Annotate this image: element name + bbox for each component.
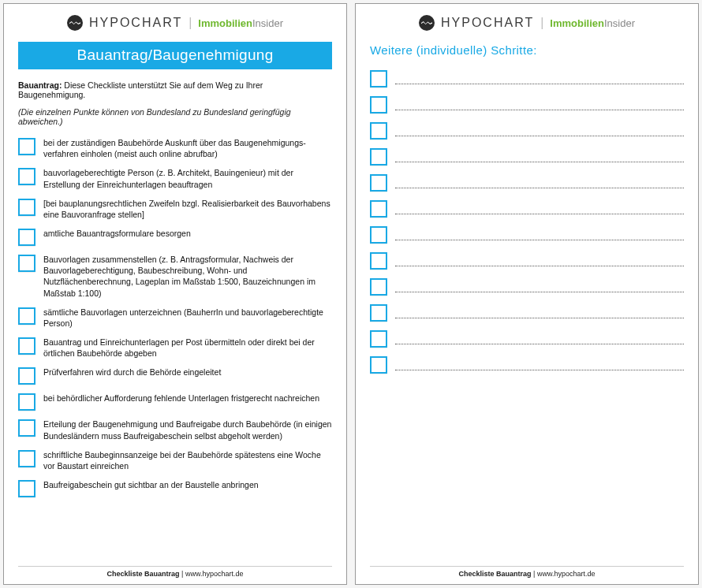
blank-row (370, 329, 684, 348)
checkbox[interactable] (18, 199, 35, 216)
brand-divider: | (540, 16, 543, 30)
footer-sep: | (532, 570, 537, 578)
section-title: Weitere (individuelle) Schritte: (370, 43, 684, 57)
footer-title: Checkliste Bauantrag (107, 570, 180, 578)
checkbox[interactable] (370, 356, 387, 374)
checkbox[interactable] (18, 255, 35, 272)
page-1: HYPOCHART | ImmobilienInsider Bauantrag/… (3, 3, 347, 585)
checklist-item-text: amtliche Bauantragsformulare besorgen (43, 228, 191, 239)
blank-row (370, 277, 684, 296)
checkbox[interactable] (370, 96, 387, 114)
checklist-item: sämtliche Bauvorlagen unterzeichnen (Bau… (18, 307, 332, 329)
checkbox[interactable] (370, 304, 387, 322)
checklist-item-text: Bauantrag und Einreichunterlagen per Pos… (43, 337, 332, 359)
checklist-item-text: [bei bauplanungsrechtlichen Zweifeln bzg… (43, 198, 332, 220)
checkbox[interactable] (370, 122, 387, 140)
write-in-line[interactable] (395, 229, 684, 240)
page-2: HYPOCHART | ImmobilienInsider Weitere (i… (355, 3, 699, 585)
write-in-line[interactable] (395, 307, 684, 318)
write-in-line[interactable] (395, 333, 684, 344)
checkbox[interactable] (370, 174, 387, 192)
checkbox[interactable] (18, 168, 35, 185)
checkbox[interactable] (18, 307, 35, 325)
checkbox[interactable] (370, 330, 387, 348)
footer-title: Checkliste Bauantrag (459, 570, 532, 578)
checkbox[interactable] (370, 200, 387, 218)
sub-brand: ImmobilienInsider (550, 17, 635, 29)
checklist-item-text: Erteilung der Baugenehmigung und Baufrei… (43, 419, 332, 441)
checklist: bei der zuständigen Baubehörde Auskunft … (18, 137, 332, 497)
checklist-item-text: bei der zuständigen Baubehörde Auskunft … (43, 137, 332, 159)
intro-bold: Bauantrag: (18, 80, 62, 90)
blank-row (370, 225, 684, 244)
write-in-line[interactable] (395, 359, 684, 370)
page-title: Bauantrag/Baugenehmigung (18, 42, 332, 69)
brand-name: HYPOCHART (89, 16, 182, 30)
checklist-item-text: Bauvorlagen zusammenstellen (z. B. Antra… (43, 254, 332, 299)
checkbox[interactable] (18, 419, 35, 437)
checkbox[interactable] (18, 450, 35, 467)
write-in-line[interactable] (395, 255, 684, 266)
checklist-item: Bauantrag und Einreichunterlagen per Pos… (18, 337, 332, 359)
sub-brand-green: Immobilien (198, 17, 252, 29)
checklist-item: schriftliche Baubeginnsanzeige bei der B… (18, 449, 332, 471)
blank-row (370, 251, 684, 270)
blank-row (370, 69, 684, 87)
sub-brand-green: Immobilien (550, 17, 604, 29)
checkbox[interactable] (18, 367, 35, 385)
blank-row (370, 355, 684, 374)
checkbox[interactable] (370, 70, 387, 87)
checkbox[interactable] (18, 393, 35, 411)
brand-divider: | (189, 16, 192, 30)
checkbox[interactable] (370, 226, 387, 244)
checkbox[interactable] (18, 337, 35, 355)
write-in-line[interactable] (395, 73, 684, 84)
blank-checklist (370, 69, 684, 374)
checkbox[interactable] (18, 138, 35, 155)
disclaimer-note: (Die einzelnen Punkte können von Bundesl… (18, 107, 332, 126)
checklist-item: Prüfverfahren wird durch die Behörde ein… (18, 367, 332, 385)
write-in-line[interactable] (395, 281, 684, 292)
checklist-item: bei behördlicher Aufforderung fehlende U… (18, 393, 332, 411)
footer-url: www.hypochart.de (537, 570, 596, 578)
checklist-item-text: Baufreigabeschein gut sichtbar an der Ba… (43, 479, 259, 490)
checkbox[interactable] (370, 252, 387, 270)
brand-header: HYPOCHART | ImmobilienInsider (18, 15, 332, 31)
sub-brand-grey: Insider (252, 17, 283, 29)
sub-brand: ImmobilienInsider (198, 17, 283, 29)
footer-url: www.hypochart.de (185, 570, 244, 578)
logo-icon (67, 15, 83, 31)
intro-text: Bauantrag: Diese Checkliste unterstützt … (18, 80, 332, 99)
checkbox[interactable] (18, 229, 35, 246)
blank-row (370, 199, 684, 218)
checklist-item-text: schriftliche Baubeginnsanzeige bei der B… (43, 449, 332, 471)
blank-row (370, 121, 684, 140)
checklist-item: Baufreigabeschein gut sichtbar an der Ba… (18, 479, 332, 497)
checkbox[interactable] (370, 148, 387, 166)
page-footer: Checkliste Bauantrag | www.hypochart.de (18, 566, 332, 578)
checklist-item-text: Prüfverfahren wird durch die Behörde ein… (43, 367, 221, 378)
blank-row (370, 95, 684, 114)
blank-row (370, 147, 684, 166)
checklist-item: bauvorlageberechtigte Person (z. B. Arch… (18, 167, 332, 189)
checklist-item: bei der zuständigen Baubehörde Auskunft … (18, 137, 332, 159)
checklist-item-text: bauvorlageberechtigte Person (z. B. Arch… (43, 167, 332, 189)
logo-icon (419, 15, 435, 31)
blank-row (370, 173, 684, 192)
page-footer: Checkliste Bauantrag | www.hypochart.de (370, 566, 684, 578)
write-in-line[interactable] (395, 125, 684, 136)
sub-brand-grey: Insider (604, 17, 635, 29)
checklist-item: [bei bauplanungsrechtlichen Zweifeln bzg… (18, 198, 332, 220)
checklist-item: amtliche Bauantragsformulare besorgen (18, 228, 332, 246)
checklist-item: Erteilung der Baugenehmigung und Baufrei… (18, 419, 332, 441)
write-in-line[interactable] (395, 151, 684, 162)
checklist-item-text: sämtliche Bauvorlagen unterzeichnen (Bau… (43, 307, 332, 329)
write-in-line[interactable] (395, 203, 684, 214)
checkbox[interactable] (370, 278, 387, 296)
write-in-line[interactable] (395, 99, 684, 110)
checklist-item: Bauvorlagen zusammenstellen (z. B. Antra… (18, 254, 332, 299)
write-in-line[interactable] (395, 177, 684, 188)
brand-header: HYPOCHART | ImmobilienInsider (370, 15, 684, 31)
checklist-item-text: bei behördlicher Aufforderung fehlende U… (43, 393, 319, 404)
checkbox[interactable] (18, 480, 35, 497)
